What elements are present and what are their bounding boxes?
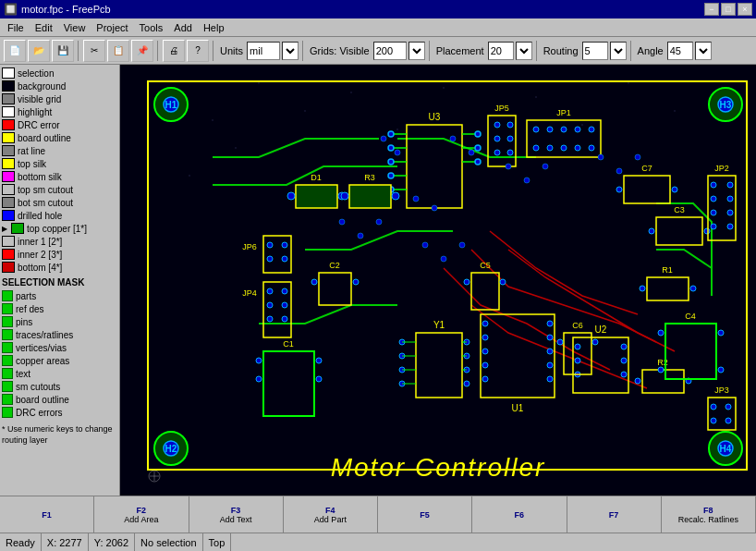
svg-point-68 xyxy=(482,349,488,354)
layer-item-3[interactable]: highlight xyxy=(2,105,117,118)
fkey-f5[interactable]: F5 xyxy=(378,496,472,533)
menu-item-edit[interactable]: Edit xyxy=(30,21,58,34)
routing-input[interactable] xyxy=(582,42,608,60)
mask-checkbox[interactable] xyxy=(2,290,13,301)
mask-item[interactable]: text xyxy=(2,367,117,380)
layer-item-9[interactable]: top sm cutout xyxy=(2,183,117,196)
mask-checkbox[interactable] xyxy=(2,368,13,379)
svg-point-102 xyxy=(256,358,262,363)
layer-item-12[interactable]: ▶top copper [1*] xyxy=(2,222,117,235)
grids-input[interactable] xyxy=(373,42,407,60)
layer-item-5[interactable]: board outline xyxy=(2,131,117,144)
mask-checkbox[interactable] xyxy=(2,407,13,418)
fkey-label: F4 xyxy=(325,506,335,515)
corner-h2: H2 xyxy=(154,432,188,465)
svg-point-138 xyxy=(589,127,594,132)
layer-item-7[interactable]: top silk xyxy=(2,157,117,170)
mask-item[interactable]: traces/ratlines xyxy=(2,328,117,341)
mask-checkbox[interactable] xyxy=(2,316,13,327)
close-button[interactable]: × xyxy=(738,3,752,16)
layer-color-box xyxy=(2,132,15,143)
placement-input[interactable] xyxy=(488,42,514,60)
layer-color-box xyxy=(2,158,15,169)
layer-name-text: background xyxy=(18,81,66,92)
layer-item-14[interactable]: inner 2 [3*] xyxy=(2,248,117,261)
svg-point-46 xyxy=(475,159,481,165)
mask-checkbox[interactable] xyxy=(2,394,13,405)
copy-button[interactable]: 📋 xyxy=(107,40,129,62)
mask-item[interactable]: pins xyxy=(2,315,117,328)
svg-point-139 xyxy=(533,145,539,151)
units-dropdown[interactable]: ▼ xyxy=(282,42,299,60)
svg-point-3 xyxy=(258,82,260,84)
layer-item-1[interactable]: background xyxy=(2,80,117,92)
menu-item-add[interactable]: Add xyxy=(168,21,198,34)
svg-point-171 xyxy=(267,302,273,308)
layer-item-0[interactable]: selection xyxy=(2,67,117,80)
units-input[interactable] xyxy=(247,42,280,60)
fkey-f1[interactable]: F1 xyxy=(0,496,94,533)
fkey-f4[interactable]: F4Add Part xyxy=(284,496,378,533)
mask-item[interactable]: parts xyxy=(2,289,117,302)
menu-item-project[interactable]: Project xyxy=(91,21,133,34)
routing-dropdown[interactable]: ▼ xyxy=(610,42,627,60)
mask-item[interactable]: DRC errors xyxy=(2,406,117,419)
pcb-canvas[interactable]: H1 H2 H3 H4 xyxy=(120,65,756,496)
mask-checkbox[interactable] xyxy=(2,381,13,392)
layer-item-8[interactable]: bottom silk xyxy=(2,170,117,183)
maximize-button[interactable]: □ xyxy=(721,3,736,16)
menu-item-tools[interactable]: Tools xyxy=(134,21,169,34)
svg-point-94 xyxy=(311,279,317,285)
angle-dropdown[interactable]: ▼ xyxy=(695,42,712,60)
paste-button[interactable]: 📌 xyxy=(131,40,153,62)
angle-input[interactable] xyxy=(667,42,693,60)
fkey-label: F1 xyxy=(42,510,52,520)
menubar: FileEditViewProjectToolsAddHelp xyxy=(0,18,756,37)
mask-item[interactable]: sm cutouts xyxy=(2,380,117,393)
svg-point-179 xyxy=(267,256,273,262)
layer-item-15[interactable]: bottom [4*] xyxy=(2,261,117,274)
layer-item-2[interactable]: visible grid xyxy=(2,92,117,105)
fkey-f8[interactable]: F8Recalc. Ratlines xyxy=(662,496,756,533)
sep3 xyxy=(213,41,214,61)
svg-point-32 xyxy=(388,131,394,137)
mask-item[interactable]: copper areas xyxy=(2,354,117,367)
sep2 xyxy=(157,41,159,61)
mask-item-label: traces/ratlines xyxy=(16,330,73,340)
layer-item-11[interactable]: drilled hole xyxy=(2,209,117,222)
layer-item-10[interactable]: bot sm cutout xyxy=(2,196,117,209)
menu-item-file[interactable]: File xyxy=(2,21,30,34)
mask-checkbox[interactable] xyxy=(2,329,13,340)
mask-item[interactable]: ref des xyxy=(2,302,117,315)
minimize-button[interactable]: − xyxy=(704,3,719,16)
mask-checkbox[interactable] xyxy=(2,303,13,314)
layer-item-6[interactable]: rat line xyxy=(2,144,117,157)
mask-item[interactable]: vertices/vias xyxy=(2,341,117,354)
help-button[interactable]: ? xyxy=(187,40,209,62)
svg-point-99 xyxy=(500,279,506,285)
fkey-f3[interactable]: F3Add Text xyxy=(189,496,284,533)
placement-dropdown[interactable]: ▼ xyxy=(516,42,532,60)
grids-dropdown[interactable]: ▼ xyxy=(408,42,425,60)
layer-color-box xyxy=(2,249,15,260)
layer-item-13[interactable]: inner 1 [2*] xyxy=(2,235,117,248)
print-button[interactable]: 🖨 xyxy=(163,40,185,62)
fkey-f6[interactable]: F6 xyxy=(472,496,567,533)
cut-button[interactable]: ✂ xyxy=(83,40,105,62)
menu-item-view[interactable]: View xyxy=(58,21,91,34)
mask-checkbox[interactable] xyxy=(2,342,13,353)
fkey-f2[interactable]: F2Add Area xyxy=(94,496,189,533)
mask-item[interactable]: board outline xyxy=(2,393,117,406)
save-button[interactable]: 💾 xyxy=(52,40,74,62)
layer-item-4[interactable]: DRC error xyxy=(2,118,117,131)
fkey-f7[interactable]: F7 xyxy=(567,496,662,533)
svg-point-199 xyxy=(459,242,465,248)
mask-checkbox[interactable] xyxy=(2,355,13,366)
menu-item-help[interactable]: Help xyxy=(198,21,230,34)
open-button[interactable]: 📂 xyxy=(28,40,50,62)
svg-point-82 xyxy=(621,358,627,363)
svg-point-156 xyxy=(711,210,716,215)
note-text: * Use numeric keys to change routing lay… xyxy=(2,424,117,446)
new-button[interactable]: 📄 xyxy=(4,40,26,62)
fkey-label: F3 xyxy=(231,506,241,515)
